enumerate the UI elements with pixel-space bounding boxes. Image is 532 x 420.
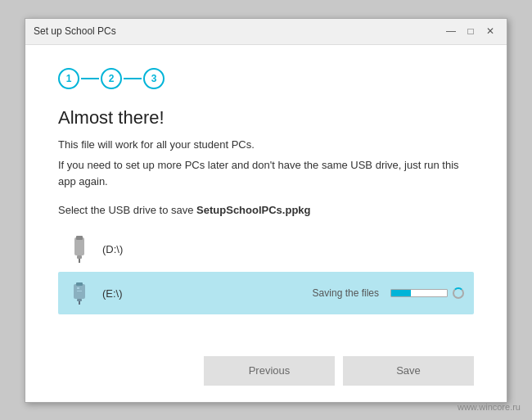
svg-rect-0 bbox=[74, 237, 84, 255]
maximize-button[interactable]: □ bbox=[462, 23, 479, 39]
footer: Previous Save bbox=[25, 348, 507, 402]
svg-rect-8 bbox=[77, 287, 79, 289]
title-bar: Set up School PCs — □ ✕ bbox=[25, 19, 507, 45]
watermark: www.wincore.ru bbox=[458, 402, 521, 412]
usb-icon-e bbox=[68, 280, 91, 306]
minimize-button[interactable]: — bbox=[443, 23, 459, 39]
step-line-2 bbox=[124, 78, 142, 79]
select-drive-label: Select the USB drive to save SetupSchool… bbox=[58, 204, 474, 216]
description-2: If you need to set up more PCs later and… bbox=[58, 157, 474, 189]
filename-label: SetupSchoolPCs.ppkg bbox=[196, 204, 310, 216]
app-window: Set up School PCs — □ ✕ 1 2 3 Almost the… bbox=[25, 18, 507, 403]
svg-rect-5 bbox=[76, 282, 83, 286]
step-line-1 bbox=[81, 78, 99, 79]
window-title: Set up School PCs bbox=[34, 25, 116, 37]
step-1: 1 bbox=[58, 68, 79, 89]
svg-rect-2 bbox=[77, 255, 82, 259]
usb-icon-d bbox=[68, 234, 91, 264]
step-indicator: 1 2 3 bbox=[58, 68, 474, 89]
main-content: 1 2 3 Almost there! This file will work … bbox=[25, 45, 507, 348]
step-3: 3 bbox=[143, 68, 165, 89]
close-button[interactable]: ✕ bbox=[482, 23, 498, 39]
progress-bar bbox=[390, 289, 448, 297]
previous-button[interactable]: Previous bbox=[204, 356, 335, 386]
page-heading: Almost there! bbox=[58, 107, 474, 129]
description-1: This file will work for all your student… bbox=[58, 137, 474, 153]
svg-rect-7 bbox=[79, 301, 80, 305]
drive-item-d[interactable]: (D:\) bbox=[58, 226, 474, 272]
svg-rect-6 bbox=[77, 299, 82, 301]
drive-e-label: (E:\) bbox=[102, 287, 313, 300]
drive-e-status: Saving the files bbox=[313, 287, 464, 299]
spinner-icon bbox=[453, 287, 464, 299]
drive-list: (D:\) (E:\) Saving t bbox=[58, 226, 474, 314]
drive-item-e[interactable]: (E:\) Saving the files bbox=[58, 272, 474, 314]
svg-rect-9 bbox=[77, 291, 82, 291]
svg-rect-1 bbox=[76, 236, 83, 240]
step-2: 2 bbox=[101, 68, 122, 89]
window-controls: — □ ✕ bbox=[443, 23, 498, 39]
save-button[interactable]: Save bbox=[343, 356, 474, 386]
progress-fill bbox=[391, 290, 411, 296]
svg-rect-3 bbox=[79, 259, 80, 263]
drive-d-label: (D:\) bbox=[102, 243, 464, 255]
